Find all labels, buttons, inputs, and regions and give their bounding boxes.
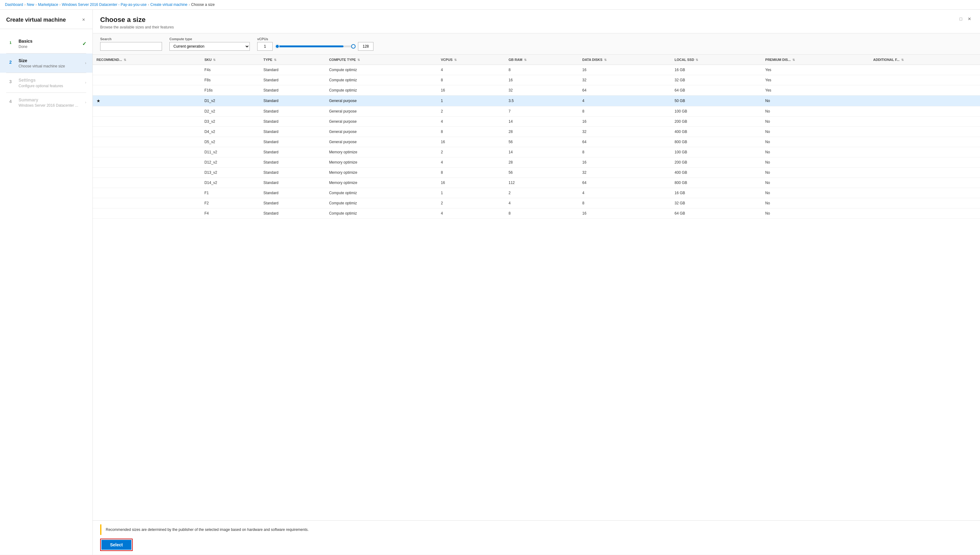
cell-data_disks: 64 <box>578 85 671 96</box>
cell-data_disks: 64 <box>578 137 671 147</box>
cell-additional_f <box>870 127 980 137</box>
table-row[interactable]: F1StandardCompute optimiz12416 GBNo <box>93 188 980 198</box>
cell-premium_dis: No <box>761 168 870 178</box>
breadcrumb-product[interactable]: Windows Server 2016 Datacenter - Pay-as-… <box>62 2 147 7</box>
breadcrumb: Dashboard › New › Marketplace › Windows … <box>0 0 980 10</box>
cell-recommended <box>93 85 201 96</box>
compute-type-select[interactable]: Current generation All generations Class… <box>170 42 250 51</box>
wizard-steps: 1 Basics Done ✓ 2 Size Choose virtual ma… <box>0 29 93 555</box>
table-row[interactable]: D13_v2StandardMemory optimize85632400 GB… <box>93 168 980 178</box>
recommendation-note-text: Recommended sizes are determined by the … <box>106 528 309 532</box>
cell-sku: D2_v2 <box>201 106 260 117</box>
step-basics[interactable]: 1 Basics Done ✓ <box>0 34 93 53</box>
table-row[interactable]: D3_v2StandardGeneral purpose41416200 GBN… <box>93 117 980 127</box>
cell-local_ssd: 64 GB <box>671 209 761 218</box>
panel-subtitle: Browse the available sizes and their fea… <box>100 25 174 29</box>
table-row[interactable]: F4StandardCompute optimiz481664 GBNo <box>93 209 980 218</box>
cell-premium_dis: No <box>761 127 870 137</box>
cell-compute_type: Memory optimize <box>325 157 437 168</box>
table-row[interactable]: ★D1_v2StandardGeneral purpose13.5450 GBN… <box>93 96 980 106</box>
col-type[interactable]: TYPE ⇅ <box>260 55 325 65</box>
cell-premium_dis: No <box>761 117 870 127</box>
table-row[interactable]: D11_v2StandardMemory optimize2148100 GBN… <box>93 147 980 157</box>
col-vcpus[interactable]: VCPUS ⇅ <box>437 55 505 65</box>
sort-icon-vcpus: ⇅ <box>454 58 456 61</box>
cell-gb_ram: 28 <box>505 127 579 137</box>
cell-vcpus: 8 <box>437 75 505 85</box>
cell-additional_f <box>870 147 980 157</box>
cell-gb_ram: 3.5 <box>505 96 579 106</box>
cell-premium_dis: No <box>761 198 870 209</box>
cell-premium_dis: No <box>761 147 870 157</box>
cell-type: Standard <box>260 75 325 85</box>
table-row[interactable]: D14_v2StandardMemory optimize1611264800 … <box>93 178 980 188</box>
table-header: RECOMMEND... ⇅ SKU ⇅ TYPE ⇅ COMPUTE TYPE… <box>93 55 980 65</box>
search-input[interactable] <box>100 42 162 51</box>
table-body: F4sStandardCompute optimiz481616 GBYesF8… <box>93 65 980 218</box>
cell-compute_type: Memory optimize <box>325 168 437 178</box>
cell-sku: D14_v2 <box>201 178 260 188</box>
breadcrumb-marketplace[interactable]: Marketplace <box>38 2 58 7</box>
col-local-ssd[interactable]: LOCAL SSD ⇅ <box>671 55 761 65</box>
cell-gb_ram: 8 <box>505 209 579 218</box>
breadcrumb-sep-3: › <box>59 2 61 7</box>
col-sku[interactable]: SKU ⇅ <box>201 55 260 65</box>
cell-data_disks: 8 <box>578 147 671 157</box>
bottom-bar: Recommended sizes are determined by the … <box>93 520 980 555</box>
sort-icon-local-ssd: ⇅ <box>696 58 698 61</box>
col-compute-type[interactable]: COMPUTE TYPE ⇅ <box>325 55 437 65</box>
size-table: RECOMMEND... ⇅ SKU ⇅ TYPE ⇅ COMPUTE TYPE… <box>93 55 980 218</box>
cell-compute_type: Memory optimize <box>325 147 437 157</box>
cell-type: Standard <box>260 168 325 178</box>
cell-type: Standard <box>260 209 325 218</box>
close-button[interactable]: × <box>81 16 86 24</box>
step-3-arrow: › <box>85 80 86 85</box>
cell-local_ssd: 200 GB <box>671 117 761 127</box>
col-premium-dis[interactable]: PREMIUM DIS... ⇅ <box>761 55 870 65</box>
vcpu-slider-thumb-left[interactable] <box>275 44 279 48</box>
step-size[interactable]: 2 Size Choose virtual machine size › <box>0 53 93 73</box>
breadcrumb-sep-4: › <box>148 2 149 7</box>
cell-premium_dis: No <box>761 157 870 168</box>
table-row[interactable]: F8sStandardCompute optimiz8163232 GBYes <box>93 75 980 85</box>
breadcrumb-dashboard[interactable]: Dashboard <box>5 2 23 7</box>
cell-sku: D1_v2 <box>201 96 260 106</box>
step-4-arrow: › <box>85 100 86 104</box>
cell-recommended <box>93 137 201 147</box>
step-1-number: 1 <box>6 38 15 47</box>
table-row[interactable]: D5_v2StandardGeneral purpose165664800 GB… <box>93 137 980 147</box>
panel-header: Choose a size Browse the available sizes… <box>93 10 980 34</box>
select-button[interactable]: Select <box>101 540 131 550</box>
select-button-container: Select <box>100 539 133 551</box>
close-panel-button[interactable]: ✕ <box>966 16 973 22</box>
col-data-disks[interactable]: DATA DISKS ⇅ <box>578 55 671 65</box>
cell-compute_type: Memory optimize <box>325 178 437 188</box>
col-gb-ram[interactable]: GB RAM ⇅ <box>505 55 579 65</box>
cell-vcpus: 2 <box>437 106 505 117</box>
breadcrumb-create-vm[interactable]: Create virtual machine <box>150 2 187 7</box>
vcpu-slider-fill <box>275 45 343 47</box>
vcpu-min-input[interactable] <box>257 42 273 51</box>
cell-vcpus: 4 <box>437 65 505 75</box>
minimize-button[interactable]: □ <box>958 16 964 22</box>
cell-sku: D3_v2 <box>201 117 260 127</box>
col-additional-f[interactable]: ADDITIONAL F... ⇅ <box>870 55 980 65</box>
vcpu-filter-group: vCPUs <box>257 37 373 51</box>
vcpu-slider-thumb-right[interactable] <box>351 44 355 48</box>
table-header-row: RECOMMEND... ⇅ SKU ⇅ TYPE ⇅ COMPUTE TYPE… <box>93 55 980 65</box>
window-buttons: □ ✕ <box>958 16 973 22</box>
table-row[interactable]: D2_v2StandardGeneral purpose278100 GBNo <box>93 106 980 117</box>
table-row[interactable]: D12_v2StandardMemory optimize42816200 GB… <box>93 157 980 168</box>
cell-additional_f <box>870 117 980 127</box>
cell-recommended <box>93 147 201 157</box>
col-recommended[interactable]: RECOMMEND... ⇅ <box>93 55 201 65</box>
table-row[interactable]: D4_v2StandardGeneral purpose82832400 GBN… <box>93 127 980 137</box>
table-row[interactable]: F16sStandardCompute optimiz16326464 GBYe… <box>93 85 980 96</box>
cell-type: Standard <box>260 127 325 137</box>
breadcrumb-new[interactable]: New <box>27 2 34 7</box>
cell-vcpus: 1 <box>437 188 505 198</box>
vcpu-max-input[interactable] <box>358 42 373 51</box>
table-row[interactable]: F2StandardCompute optimiz24832 GBNo <box>93 198 980 209</box>
cell-sku: D12_v2 <box>201 157 260 168</box>
table-row[interactable]: F4sStandardCompute optimiz481616 GBYes <box>93 65 980 75</box>
